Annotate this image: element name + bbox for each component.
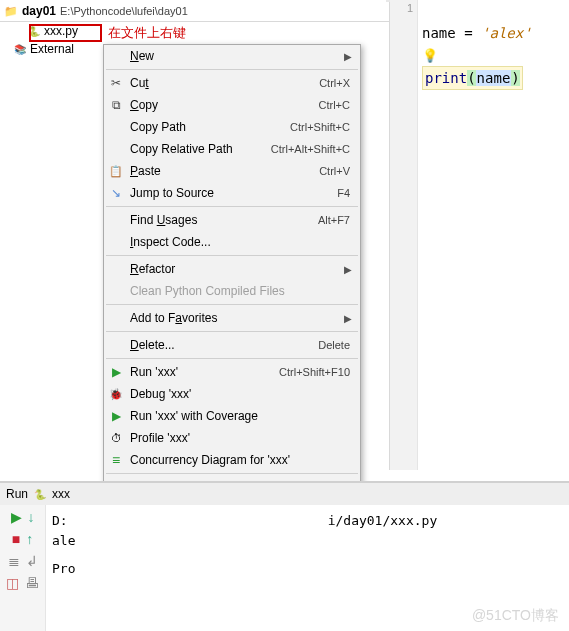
tree-external-label: External: [30, 42, 74, 56]
folder-icon: [4, 4, 18, 18]
intention-bulb-icon[interactable]: 💡: [422, 45, 436, 59]
shortcut: Ctrl+V: [319, 165, 352, 177]
stop-icon[interactable]: ■: [12, 531, 20, 547]
folder-name: day01: [22, 4, 56, 18]
project-tree: xxx.py External: [0, 22, 120, 58]
watermark: @51CTO博客: [472, 607, 559, 625]
shortcut: Delete: [318, 339, 352, 351]
annotation-right-click: 在文件上右键: [108, 24, 186, 42]
code-line-3: print(name): [422, 66, 532, 90]
menu-run[interactable]: Run 'xxx'Ctrl+Shift+F10: [104, 361, 360, 383]
menu-separator: [106, 304, 358, 305]
external-libs-icon: [14, 42, 26, 56]
menu-separator: [106, 358, 358, 359]
tree-file-label: xxx.py: [44, 24, 78, 38]
menu-separator: [106, 255, 358, 256]
folder-path: E:\Pythoncode\lufei\day01: [60, 5, 188, 17]
menu-clean-compiled: Clean Python Compiled Files: [104, 280, 360, 302]
menu-cut[interactable]: CutCtrl+X: [104, 72, 360, 94]
submenu-arrow-icon: ▶: [340, 313, 352, 324]
shortcut: Alt+F7: [318, 214, 352, 226]
editor-gutter: 1: [390, 0, 418, 470]
menu-separator: [106, 331, 358, 332]
menu-refactor[interactable]: Refactor▶: [104, 258, 360, 280]
code-line-2: 💡: [422, 44, 532, 66]
shortcut: Ctrl+Alt+Shift+C: [271, 143, 352, 155]
menu-copy-path[interactable]: Copy PathCtrl+Shift+C: [104, 116, 360, 138]
shortcut: Ctrl+Shift+C: [290, 121, 352, 133]
rerun-icon[interactable]: ▶: [11, 509, 22, 525]
menu-paste[interactable]: PasteCtrl+V: [104, 160, 360, 182]
submenu-arrow-icon: ▶: [340, 51, 352, 62]
tree-file-row[interactable]: xxx.py: [0, 22, 120, 40]
wrap-icon[interactable]: ↲: [26, 553, 38, 569]
run-config-name: xxx: [52, 487, 70, 501]
jump-icon: ↘: [108, 185, 124, 201]
editor-code: name = 'alex' 💡 print(name): [422, 22, 532, 90]
python-file-icon: [34, 487, 46, 501]
menu-debug[interactable]: Debug 'xxx': [104, 383, 360, 405]
run-header: Run xxx: [0, 483, 569, 505]
submenu-arrow-icon: ▶: [340, 264, 352, 275]
shortcut: Ctrl+Shift+F10: [279, 366, 352, 378]
menu-inspect-code[interactable]: Inspect Code...: [104, 231, 360, 253]
console-line-3: Pro: [52, 559, 563, 579]
export-icon[interactable]: ◫: [6, 575, 19, 591]
line-number-1: 1: [390, 2, 413, 14]
code-editor[interactable]: 1 name = 'alex' 💡 print(name): [389, 0, 569, 470]
python-file-icon: [28, 24, 40, 38]
paste-icon: [108, 163, 124, 179]
console-line-1a: D:: [52, 513, 68, 528]
copy-icon: [108, 97, 124, 113]
cut-icon: [108, 75, 124, 91]
run-label: Run: [6, 487, 28, 501]
shortcut: Ctrl+C: [319, 99, 352, 111]
menu-delete[interactable]: Delete...Delete: [104, 334, 360, 356]
concurrency-icon: [108, 452, 124, 468]
menu-profile[interactable]: Profile 'xxx': [104, 427, 360, 449]
code-line-1: name = 'alex': [422, 22, 532, 44]
menu-separator: [106, 206, 358, 207]
profile-icon: [108, 430, 124, 446]
scroll-down-icon[interactable]: ↓: [28, 509, 35, 525]
menu-separator: [106, 69, 358, 70]
tree-icon[interactable]: ≣: [8, 553, 20, 569]
up-icon[interactable]: ↑: [26, 531, 33, 547]
menu-copy-relative-path[interactable]: Copy Relative PathCtrl+Alt+Shift+C: [104, 138, 360, 160]
shortcut: F4: [337, 187, 352, 199]
print-icon[interactable]: 🖶: [25, 575, 39, 591]
run-gutter: ▶↓ ■↑ ≣↲ ◫🖶: [0, 505, 46, 631]
console-line-1b: i/day01/xxx.py: [328, 513, 438, 528]
run-icon: [108, 364, 124, 380]
tree-external-row[interactable]: External: [0, 40, 120, 58]
menu-separator: [106, 473, 358, 474]
menu-run-coverage[interactable]: Run 'xxx' with Coverage: [104, 405, 360, 427]
menu-new[interactable]: New▶: [104, 45, 360, 67]
menu-copy[interactable]: CopyCtrl+C: [104, 94, 360, 116]
shortcut: Ctrl+X: [319, 77, 352, 89]
coverage-icon: [108, 408, 124, 424]
menu-jump-to-source[interactable]: ↘Jump to SourceF4: [104, 182, 360, 204]
console-line-2: ale: [52, 531, 563, 551]
menu-find-usages[interactable]: Find UsagesAlt+F7: [104, 209, 360, 231]
menu-concurrency-diagram[interactable]: Concurrency Diagram for 'xxx': [104, 449, 360, 471]
menu-add-to-favorites[interactable]: Add to Favorites▶: [104, 307, 360, 329]
debug-icon: [108, 386, 124, 402]
